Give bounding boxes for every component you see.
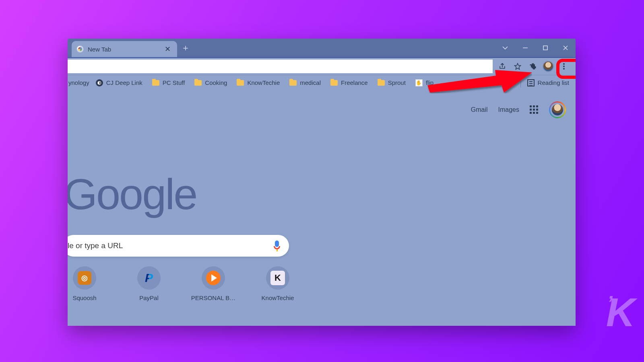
bookmark-cj-deep-link[interactable]: ◐ CJ Deep Link — [93, 78, 146, 88]
shortcut-squoosh[interactable]: ◎ Squoosh — [68, 266, 102, 301]
knowtechie-icon: K — [270, 271, 285, 285]
bookmark-label: medical — [300, 79, 321, 86]
bookmark-flip[interactable]: ✋flip — [412, 78, 437, 88]
bookmark-folder-knowtechie[interactable]: KnowTechie — [233, 78, 283, 88]
bookmark-label: Sprout — [388, 79, 406, 86]
squoosh-icon: ◎ — [78, 271, 91, 285]
bookmark-folder-pc-stuff[interactable]: PC Stuff — [149, 78, 188, 88]
profile-avatar-button[interactable] — [543, 61, 554, 72]
chrome-favicon-icon — [76, 45, 84, 53]
new-tab-button[interactable]: ＋ — [177, 39, 194, 57]
watermark: ’K — [603, 289, 633, 335]
extensions-icon[interactable] — [527, 61, 539, 72]
window-minimize-button[interactable] — [515, 39, 535, 57]
bookmarks-bar: ynology ◐ CJ Deep Link PC Stuff Cooking … — [68, 75, 576, 90]
toolbar — [68, 57, 576, 75]
bookmark-label: Freelance — [341, 79, 368, 86]
shortcut-label: Squoosh — [72, 294, 96, 301]
bookmark-star-icon[interactable] — [512, 61, 523, 72]
shortcut-paypal[interactable]: P PayPal — [131, 266, 167, 301]
folder-icon — [289, 80, 297, 86]
omnibox[interactable] — [68, 60, 493, 73]
bookmark-folder-medical[interactable]: medical — [286, 78, 324, 88]
voice-search-icon[interactable] — [274, 241, 280, 251]
bookmark-label: KnowTechie — [247, 79, 280, 86]
chrome-menu-button[interactable] — [558, 60, 570, 72]
new-tab-content: Gmail Images Google ◎ Squoosh P PayPal — [68, 90, 576, 326]
shortcut-knowtechie[interactable]: K KnowTechie — [260, 266, 295, 301]
bookmarks-overflow-button[interactable]: » — [513, 79, 516, 86]
search-input[interactable] — [68, 241, 274, 250]
tab-search-button[interactable] — [495, 39, 515, 57]
bookmark-label: PC Stuff — [163, 79, 185, 86]
shortcut-personal-b[interactable]: PERSONAL B… — [196, 266, 231, 301]
bookmark-label: flip — [426, 79, 433, 86]
folder-icon — [330, 80, 338, 86]
bookmark-folder-cooking[interactable]: Cooking — [191, 78, 230, 88]
folder-icon — [194, 80, 202, 86]
window-close-button[interactable] — [555, 39, 576, 57]
bookmark-partial[interactable]: ynology — [68, 79, 89, 86]
ntp-shortcuts: ◎ Squoosh P PayPal PERSONAL B… K KnowTec… — [68, 266, 295, 301]
bookmark-folder-freelance[interactable]: Freelance — [327, 78, 371, 88]
reading-list-label: Reading list — [538, 79, 569, 86]
tab-title: New Tab — [88, 46, 159, 53]
images-link[interactable]: Images — [498, 106, 519, 113]
bookmark-label: CJ Deep Link — [106, 79, 142, 86]
shortcut-label: PERSONAL B… — [191, 294, 235, 301]
google-logo: Google — [68, 169, 196, 219]
folder-icon — [237, 80, 244, 86]
google-apps-button[interactable] — [530, 105, 539, 114]
reading-list-icon — [527, 79, 535, 86]
bookmark-label: Cooking — [205, 79, 227, 86]
search-bar[interactable] — [68, 235, 289, 257]
play-icon — [206, 271, 221, 285]
folder-icon — [378, 80, 385, 86]
share-icon[interactable] — [497, 61, 508, 72]
window-maximize-button[interactable] — [535, 39, 555, 57]
gmail-link[interactable]: Gmail — [471, 106, 488, 113]
top-links: Gmail Images — [471, 101, 566, 118]
account-avatar-button[interactable] — [549, 101, 566, 118]
bookmark-folder-sprout[interactable]: Sprout — [374, 78, 409, 88]
browser-window: New Tab ✕ ＋ — [68, 39, 576, 326]
shortcut-label: PayPal — [139, 294, 159, 301]
reading-list-button[interactable]: Reading list — [525, 78, 572, 88]
flipboard-icon: ✋ — [415, 79, 423, 86]
globe-icon: ◐ — [96, 79, 103, 86]
folder-icon — [152, 80, 159, 86]
titlebar: New Tab ✕ ＋ — [68, 39, 576, 57]
paypal-icon: P — [145, 271, 153, 285]
tab-close-button[interactable]: ✕ — [163, 44, 172, 54]
tab-new-tab[interactable]: New Tab ✕ — [72, 41, 177, 57]
window-controls — [495, 39, 576, 57]
divider — [520, 78, 521, 87]
svg-rect-1 — [543, 46, 547, 50]
shortcut-label: KnowTechie — [262, 294, 294, 301]
